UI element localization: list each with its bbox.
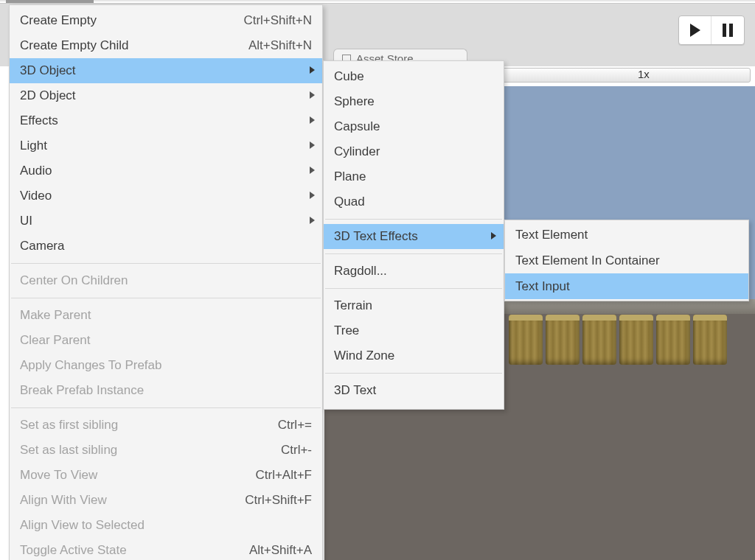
gameobject-menu-item-label: Move To View [20,468,233,483]
gameobject-menu-item: Center On Children [10,268,322,293]
3d-object-submenu-item-label: Terrain [334,298,493,313]
gameobject-menu-item-label: 2D Object [20,88,312,103]
chevron-right-icon [310,66,315,74]
gameobject-menu-item-label: Break Prefab Instance [20,383,312,398]
scene-objects [509,315,727,365]
3d-text-effects-submenu-item[interactable]: Text Element In Container [505,248,748,273]
gameobject-menu-item-shortcut: Ctrl+- [259,443,312,458]
gameobject-menu-item[interactable]: UI [10,209,322,234]
play-icon [690,24,700,37]
gameobject-menu-separator [11,263,321,264]
scene-barrel [546,315,580,365]
3d-object-submenu-item[interactable]: Quad [324,189,504,214]
gameobject-menu-item: Set as first siblingCtrl+= [10,413,322,438]
gameobject-menu-item-label: Align With View [20,493,223,508]
3d-text-effects-submenu-item-label: Text Input [515,279,738,294]
3d-object-submenu-item[interactable]: 3D Text [324,378,504,403]
3d-object-submenu: CubeSphereCapsuleCylinderPlaneQuad3D Tex… [323,60,504,410]
gameobject-menu-item[interactable]: Create Empty ChildAlt+Shift+N [10,33,322,58]
chevron-right-icon [310,192,315,199]
gameobject-menu-item-shortcut: Ctrl+Shift+N [221,13,312,28]
gameobject-menu-item-label: Apply Changes To Prefab [20,358,312,373]
3d-object-submenu-item[interactable]: Capsule [324,114,504,139]
timeline-speed-label: 1x [638,68,650,80]
3d-text-effects-submenu: Text ElementText Element In ContainerTex… [504,220,749,301]
gameobject-menu: Create EmptyCtrl+Shift+NCreate Empty Chi… [9,4,323,560]
pause-button[interactable] [711,16,744,44]
scene-barrel [509,315,543,365]
3d-object-submenu-item-label: 3D Text Effects [334,229,493,244]
gameobject-menu-item-label: Camera [20,239,312,253]
play-button[interactable] [679,16,711,44]
3d-object-submenu-item-label: Quad [334,195,493,209]
gameobject-menu-item[interactable]: Video [10,183,322,209]
chevron-right-icon [310,217,315,224]
gameobject-menu-item[interactable]: 3D Object [10,58,322,83]
gameobject-menu-item-label: Align View to Selected [20,518,312,533]
gameobject-menu-item-label: Set as last sibling [20,443,259,458]
3d-object-submenu-item[interactable]: Ragdoll... [324,259,504,284]
gameobject-menu-item[interactable]: Light [10,133,322,158]
3d-object-submenu-separator [325,288,502,289]
chevron-right-icon [491,232,496,239]
gameobject-menu-item-label: Audio [20,164,312,178]
3d-object-submenu-item[interactable]: Wind Zone [324,343,504,368]
3d-object-submenu-item-label: Ragdoll... [334,264,493,279]
pause-icon [723,24,733,37]
chevron-right-icon [310,116,315,124]
3d-object-submenu-item[interactable]: Terrain [324,293,504,318]
gameobject-menu-item-label: Set as first sibling [20,418,256,433]
gameobject-menu-item: Apply Changes To Prefab [10,353,322,378]
3d-object-submenu-item-label: Cube [334,69,493,84]
scene-barrel [582,315,616,365]
3d-object-submenu-item-label: 3D Text [334,383,493,398]
3d-object-submenu-item[interactable]: Cylinder [324,139,504,164]
3d-object-submenu-item[interactable]: Tree [324,318,504,343]
3d-object-submenu-separator [325,373,502,374]
gameobject-menu-item[interactable]: 2D Object [10,83,322,108]
gameobject-menu-item-label: Video [20,189,312,203]
gameobject-menu-item: Align View to Selected [10,513,322,538]
3d-object-submenu-item[interactable]: Plane [324,164,504,189]
gameobject-menu-item-shortcut: Ctrl+Shift+F [223,493,312,508]
menubar-separator [0,3,755,4]
3d-object-submenu-item-label: Sphere [334,94,493,109]
gameobject-menu-item-shortcut: Alt+Shift+A [227,543,312,558]
menubar: GameObject Component Utils Tools Window … [0,0,755,1]
3d-text-effects-submenu-item-label: Text Element [515,228,738,242]
3d-object-submenu-item[interactable]: Cube [324,64,504,89]
gameobject-menu-item: Set as last siblingCtrl+- [10,438,322,463]
gameobject-menu-separator [11,407,321,408]
gameobject-menu-item-shortcut: Alt+Shift+N [226,38,312,53]
gameobject-menu-item-label: Toggle Active State [20,543,227,558]
gameobject-menu-item[interactable]: Audio [10,158,322,183]
chevron-right-icon [310,91,315,99]
chevron-right-icon [310,167,315,174]
gameobject-menu-item: Align With ViewCtrl+Shift+F [10,488,322,513]
gameobject-menu-item-shortcut: Ctrl+= [256,418,312,433]
gameobject-menu-item-label: Light [20,139,312,153]
gameobject-menu-item: Toggle Active StateAlt+Shift+A [10,538,322,560]
3d-object-submenu-item[interactable]: 3D Text Effects [324,224,504,249]
3d-text-effects-submenu-item-label: Text Element In Container [515,253,738,268]
gameobject-menu-item-label: Create Empty Child [20,38,226,53]
3d-object-submenu-item[interactable]: Sphere [324,89,504,114]
gameobject-menu-item[interactable]: Effects [10,108,322,133]
gameobject-menu-item[interactable]: Camera [10,234,322,259]
3d-text-effects-submenu-item[interactable]: Text Element [505,222,748,248]
gameobject-menu-item-label: Effects [20,113,312,128]
gameobject-menu-item-label: UI [20,214,312,228]
gameobject-menu-item-label: Create Empty [20,13,221,28]
gameobject-menu-item-shortcut: Ctrl+Alt+F [233,468,312,483]
gameobject-menu-item: Break Prefab Instance [10,378,322,403]
3d-object-submenu-item-label: Capsule [334,119,493,134]
gameobject-menu-item[interactable]: Create EmptyCtrl+Shift+N [10,8,322,33]
app-root: GameObject Component Utils Tools Window … [0,0,755,560]
gameobject-menu-item: Make Parent [10,303,322,328]
3d-text-effects-submenu-item[interactable]: Text Input [505,273,748,299]
3d-object-submenu-separator [325,219,502,220]
gameobject-menu-item-label: Make Parent [20,308,312,323]
gameobject-menu-item: Clear Parent [10,328,322,353]
scene-barrel [656,315,690,365]
scene-barrel [619,315,653,365]
